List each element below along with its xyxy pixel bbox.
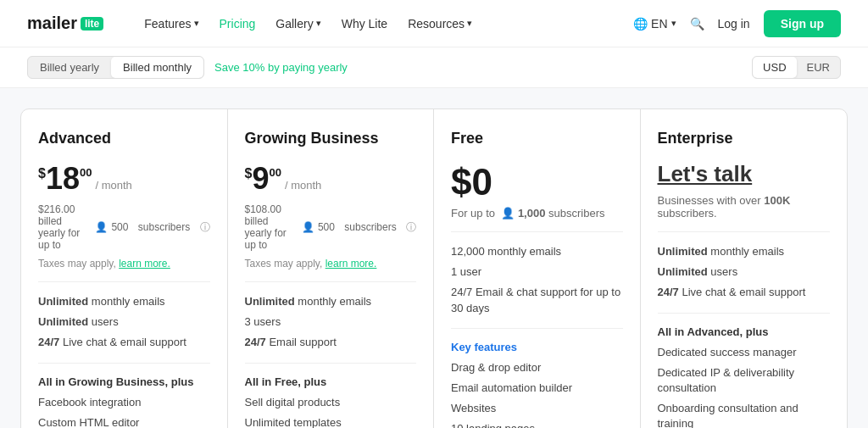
billed-yearly-toggle[interactable]: Billed yearly	[28, 57, 111, 78]
plan-growing: Growing Business $ 9 00 / month $108.00 …	[228, 109, 435, 428]
price-whole: 18	[46, 161, 80, 197]
logo[interactable]: mailer lite	[27, 14, 103, 33]
yearly-billing: $108.00 billed yearly for up to 👤500 sub…	[245, 203, 417, 251]
list-item: Facebook integration	[38, 395, 210, 410]
user-icon: 👤	[95, 221, 108, 233]
nav-gallery[interactable]: Gallery ▾	[275, 17, 320, 31]
list-item: Onboarding consultation and training	[658, 401, 831, 428]
logo-text: mailer	[27, 14, 77, 33]
save-note: Save 10% by paying yearly	[214, 61, 348, 74]
price-period: / month	[285, 179, 321, 192]
price-cents: 00	[80, 166, 92, 186]
pricing-grid: Advanced $ 18 00 / month $216.00 billed …	[20, 108, 848, 428]
login-button[interactable]: Log in	[718, 17, 750, 31]
price-display: $ 9 00 / month	[245, 161, 417, 197]
list-item: 12,000 monthly emails	[451, 244, 623, 259]
list-item: Unlimited monthly emails	[658, 244, 831, 259]
basic-features: Unlimited monthly emails Unlimited users…	[38, 294, 210, 351]
chevron-down-icon: ▾	[467, 18, 472, 29]
list-item: Unlimited users	[38, 314, 210, 330]
section-header: All in Free, plus	[245, 375, 417, 388]
nav-whylite[interactable]: Why Lite	[342, 17, 387, 31]
list-item: Sell digital products	[245, 395, 417, 410]
list-item: 3 users	[245, 314, 417, 330]
billed-monthly-toggle[interactable]: Billed monthly	[111, 57, 203, 78]
basic-features: 12,000 monthly emails 1 user 24/7 Email …	[451, 244, 623, 316]
search-icon[interactable]: 🔍	[690, 17, 704, 31]
list-item: Dedicated IP & deliverability consultati…	[658, 365, 831, 396]
chevron-down-icon: ▾	[316, 18, 321, 29]
enterprise-subtitle: Businesses with over 100K subscribers.	[658, 194, 831, 220]
nav-resources[interactable]: Resources ▾	[408, 17, 472, 31]
price-period: / month	[95, 179, 131, 192]
nav-pricing[interactable]: Pricing	[220, 17, 256, 31]
user-icon: 👤	[302, 221, 314, 233]
free-price: $0	[451, 161, 623, 203]
nav-features[interactable]: Features ▾	[144, 17, 198, 31]
plan-name: Growing Business	[245, 130, 417, 147]
price-whole: 9	[252, 161, 269, 197]
extra-features: Dedicated success manager Dedicated IP &…	[658, 345, 831, 428]
plan-advanced: Advanced $ 18 00 / month $216.00 billed …	[21, 109, 228, 428]
list-item: Unlimited monthly emails	[245, 294, 417, 309]
info-icon: ⓘ	[200, 220, 210, 235]
yearly-billing: $216.00 billed yearly for up to 👤500 sub…	[38, 203, 210, 251]
list-item: Unlimited users	[658, 264, 831, 280]
section-header: All in Growing Business, plus	[38, 375, 210, 388]
chevron-down-icon: ▾	[194, 18, 199, 29]
taxes-note: Taxes may apply, learn more.	[38, 258, 210, 270]
extra-features: Sell digital products Unlimited template…	[245, 395, 417, 428]
extra-features: Facebook integration Custom HTML editor …	[38, 395, 210, 428]
chevron-down-icon: ▾	[671, 18, 676, 29]
pricing-section: Advanced $ 18 00 / month $216.00 billed …	[0, 88, 868, 428]
basic-features: Unlimited monthly emails 3 users 24/7 Em…	[245, 294, 417, 351]
section-header: All in Advanced, plus	[658, 325, 831, 338]
learn-more-link[interactable]: learn more.	[326, 258, 377, 270]
signup-button[interactable]: Sign up	[764, 10, 841, 37]
plan-name: Free	[451, 130, 623, 147]
plan-name: Enterprise	[658, 130, 831, 147]
billing-bar: Billed yearly Billed monthly Save 10% by…	[0, 47, 868, 88]
billing-toggle: Billed yearly Billed monthly	[27, 56, 204, 79]
list-item: 10 landing pages	[451, 421, 623, 428]
list-item: 24/7 Live chat & email support	[658, 285, 831, 300]
usd-button[interactable]: USD	[753, 57, 796, 78]
info-icon: ⓘ	[406, 220, 416, 235]
list-item: Unlimited templates	[245, 415, 417, 428]
enterprise-price: Let's talk	[658, 161, 831, 187]
list-item: 24/7 Email support	[245, 335, 417, 350]
plan-free: Free $0 For up to 👤 1,000 subscribers 12…	[434, 109, 641, 428]
eur-button[interactable]: EUR	[797, 57, 840, 78]
list-item: Unlimited monthly emails	[38, 294, 210, 309]
price-cents: 00	[269, 166, 281, 186]
extra-features: Drag & drop editor Email automation buil…	[451, 360, 623, 428]
plan-enterprise: Enterprise Let's talk Businesses with ov…	[641, 109, 848, 428]
key-features-header: Key features	[451, 341, 623, 353]
price-display: $ 18 00 / month	[38, 161, 210, 197]
list-item: 24/7 Live chat & email support	[38, 335, 210, 350]
list-item: Websites	[451, 401, 623, 416]
navbar: mailer lite Features ▾ Pricing Gallery ▾…	[0, 0, 868, 47]
list-item: Drag & drop editor	[451, 360, 623, 375]
list-item: Dedicated success manager	[658, 345, 831, 360]
language-selector[interactable]: 🌐 EN ▾	[633, 17, 676, 31]
list-item: 24/7 Email & chat support for up to 30 d…	[451, 285, 623, 315]
price-symbol: $	[38, 166, 46, 181]
list-item: Custom HTML editor	[38, 415, 210, 428]
plan-name: Advanced	[38, 130, 210, 147]
price-symbol: $	[245, 166, 253, 181]
nav-right: 🌐 EN ▾ 🔍 Log in Sign up	[633, 10, 841, 37]
basic-features: Unlimited monthly emails Unlimited users…	[658, 244, 831, 301]
free-subtitle: For up to 👤 1,000 subscribers	[451, 207, 623, 220]
user-icon: 👤	[501, 207, 515, 220]
globe-icon: 🌐	[633, 17, 648, 31]
currency-toggle: USD EUR	[752, 56, 841, 79]
taxes-note: Taxes may apply, learn more.	[245, 258, 417, 270]
list-item: 1 user	[451, 264, 623, 280]
learn-more-link[interactable]: learn more.	[119, 258, 170, 270]
nav-links: Features ▾ Pricing Gallery ▾ Why Lite Re…	[144, 17, 472, 31]
logo-badge: lite	[81, 17, 103, 31]
list-item: Email automation builder	[451, 381, 623, 396]
